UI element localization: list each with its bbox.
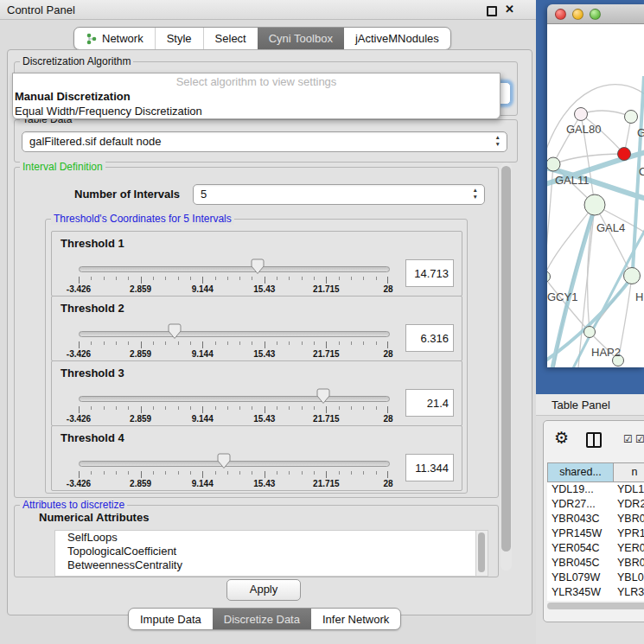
slider-ticks — [79, 341, 388, 348]
attributes-group: Attributes to discretize Numerical Attri… — [14, 505, 499, 577]
horizontal-scrollbar[interactable] — [547, 603, 644, 609]
node-h[interactable] — [624, 268, 641, 284]
table-row: YBR043CYBR0 — [547, 512, 644, 526]
network-desktop: GAL80 GA C GAL11 GAL4 GCY1 H HAP2 — [536, 0, 644, 394]
node-label: HAP2 — [591, 346, 621, 359]
node-label: H — [635, 290, 643, 303]
table-panel-box: ⚙ ☑ ☑ shared... n YDL19...YDL1 YDR27...Y… — [543, 420, 644, 622]
dropdown-option-manual[interactable]: Manual Discretization — [13, 89, 500, 104]
slider-track[interactable] — [79, 396, 390, 402]
threshold-value-field[interactable]: 6.316 — [405, 324, 454, 352]
slider-track[interactable] — [79, 266, 390, 272]
node-ga[interactable] — [625, 111, 638, 124]
tab-label: Network — [102, 32, 143, 45]
threshold-slider[interactable]: -3.426 2.859 9.144 15.43 21.715 28 — [79, 322, 388, 357]
threshold-slider[interactable]: -3.426 2.859 9.144 15.43 21.715 28 — [79, 452, 388, 487]
close-window-icon[interactable] — [555, 9, 566, 20]
numerical-attributes-label: Numerical Attributes — [39, 511, 149, 524]
threshold-slider[interactable]: -3.426 2.859 9.144 15.43 21.715 28 — [79, 258, 388, 292]
table-row: YBR045CYBR0 — [547, 556, 644, 571]
tab-cyni-toolbox[interactable]: Cyni Toolbox — [258, 28, 344, 49]
slider-thumb[interactable] — [251, 258, 265, 275]
tab-style[interactable]: Style — [155, 28, 203, 49]
column-header-shared-name[interactable]: shared... — [547, 462, 613, 482]
table-panel-title: Table Panel — [536, 394, 644, 416]
threshold-value-field[interactable]: 11.344 — [405, 454, 454, 481]
cyni-toolbox-panel: Discretization Algorithm Select algorith… — [7, 49, 532, 615]
deselect-all-icon[interactable]: ☑ — [635, 433, 644, 445]
threshold-label: Threshold 4 — [61, 431, 124, 444]
tab-jactivemnodules[interactable]: jActiveMNodules — [344, 28, 450, 49]
scrollbar-thumb[interactable] — [501, 166, 511, 552]
threshold-panel-3: Threshold 3 -3.426 2.859 9.144 15.43 — [51, 360, 462, 426]
threshold-value-field[interactable]: 21.4 — [405, 389, 454, 417]
list-item[interactable]: BetweennessCentrality — [55, 558, 488, 572]
node-gcy1[interactable] — [547, 271, 551, 283]
node-table: shared... n YDL19...YDL1 YDR27...YDR2 YB… — [547, 462, 644, 601]
slider-thumb[interactable] — [168, 323, 182, 340]
tab-infer-network[interactable]: Infer Network — [311, 609, 400, 629]
top-tabbar: Network Style Select Cyni Toolbox jActiv… — [73, 27, 451, 50]
node-hap2[interactable] — [584, 327, 596, 338]
table-row: YDR27...YDR2 — [547, 497, 644, 512]
network-window-titlebar[interactable] — [547, 4, 644, 24]
list-scrollbar[interactable] — [475, 531, 488, 576]
node-label: GCY1 — [547, 290, 577, 303]
algorithm-dropdown-popup: Select algorithm to view settings Manual… — [12, 73, 501, 119]
zoom-window-icon[interactable] — [590, 9, 601, 20]
table-row: YLR345WYLR3 — [547, 585, 644, 600]
minimize-window-icon[interactable] — [572, 9, 583, 20]
table-row: YIL052CYIL0 — [547, 600, 644, 601]
threshold-label: Threshold 2 — [61, 302, 124, 315]
dropdown-option-equal-width[interactable]: Equal Width/Frequency Discretization — [13, 104, 500, 118]
tab-network[interactable]: Network — [74, 28, 155, 49]
threshold-panel-4: Threshold 4 -3.426 2.859 9.144 15.43 — [51, 425, 462, 491]
settings-scrollbar[interactable] — [501, 163, 512, 571]
node-label: C — [639, 165, 644, 178]
node-red-selected[interactable] — [618, 148, 631, 161]
slider-thumb[interactable] — [316, 388, 330, 405]
control-panel-title: Control Panel — [7, 3, 75, 16]
number-of-intervals-combobox[interactable]: 5 ▲▼ — [193, 184, 485, 205]
list-item[interactable]: TopologicalCoefficient — [55, 545, 488, 558]
tab-impute-data[interactable]: Impute Data — [129, 609, 213, 629]
threshold-panel-1: Threshold 1 -3.426 2.859 9.144 15.43 — [51, 231, 462, 296]
network-icon — [86, 33, 97, 45]
threshold-panel-2: Threshold 2 -3.426 2.859 9.144 15.43 — [51, 296, 462, 361]
network-canvas[interactable]: GAL80 GA C GAL11 GAL4 GCY1 H HAP2 — [547, 24, 644, 367]
interval-definition-group: Interval Definition Number of Intervals … — [14, 167, 499, 498]
column-header-name[interactable]: n — [613, 462, 644, 482]
table-row: YPR145WYPR1 — [547, 526, 644, 541]
control-panel-titlebar: Control Panel ✕ — [0, 0, 536, 20]
threshold-value-field[interactable]: 14.713 — [405, 259, 454, 287]
apply-button[interactable]: Apply — [226, 579, 301, 601]
bottom-tabbar: Impute Data Discretize Data Infer Networ… — [128, 608, 401, 630]
slider-track[interactable] — [79, 461, 390, 467]
slider-track[interactable] — [79, 331, 390, 337]
columns-icon[interactable] — [586, 432, 602, 448]
node-label: GAL80 — [566, 123, 601, 136]
node-label: GA — [637, 126, 644, 139]
list-item[interactable]: SelfLoops — [55, 531, 488, 545]
group-title: Discretization Algorithm — [20, 55, 133, 67]
select-all-icon[interactable]: ☑ — [623, 433, 633, 445]
group-title: Interval Definition — [20, 161, 105, 173]
table-row: YBL079WYBL0 — [547, 571, 644, 585]
table-header-row: shared... n — [547, 462, 644, 482]
threshold-slider[interactable]: -3.426 2.859 9.144 15.43 21.715 28 — [79, 387, 388, 422]
table-row: YER054CYER0 — [547, 541, 644, 556]
node-gal80[interactable] — [575, 108, 588, 121]
slider-ticks — [79, 406, 388, 413]
tab-select[interactable]: Select — [203, 28, 258, 49]
node-gal11[interactable] — [547, 157, 560, 171]
table-data-combobox[interactable]: galFiltered.sif default node ▲▼ — [22, 131, 507, 152]
thresholds-group: Threshold's Coordinates for 5 Intervals … — [45, 219, 468, 494]
slider-thumb[interactable] — [217, 453, 231, 469]
tab-discretize-data[interactable]: Discretize Data — [213, 609, 311, 629]
float-window-icon[interactable] — [487, 6, 497, 16]
network-window[interactable]: GAL80 GA C GAL11 GAL4 GCY1 H HAP2 — [547, 4, 644, 367]
node-label: GAL4 — [596, 221, 625, 234]
close-icon[interactable]: ✕ — [505, 3, 514, 16]
node-gal4[interactable] — [584, 194, 605, 215]
gear-icon[interactable]: ⚙ — [554, 428, 569, 447]
